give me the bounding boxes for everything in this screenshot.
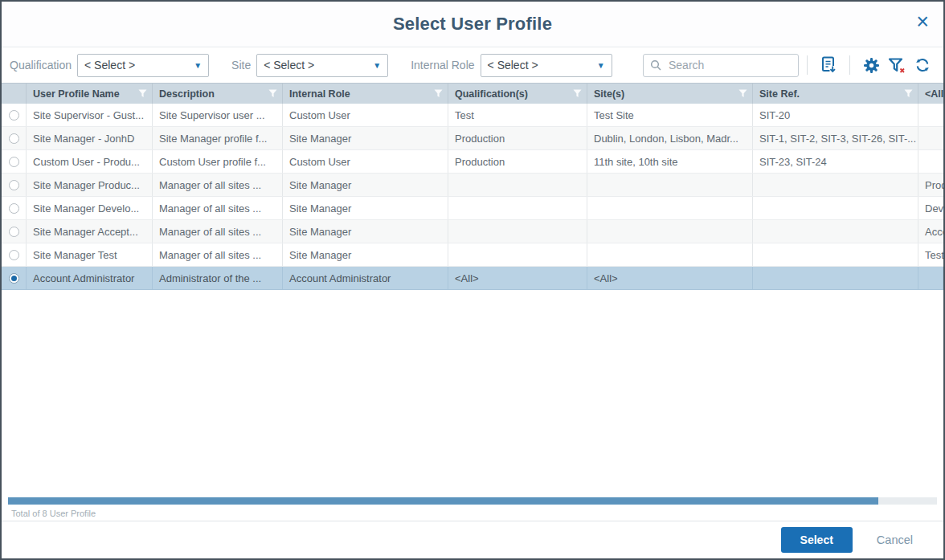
- site-dropdown-value: < Select >: [264, 59, 314, 72]
- cell-all-sites-in-qualification: [918, 267, 943, 289]
- horizontal-scrollbar: [2, 496, 943, 506]
- cell-sites: [587, 174, 753, 196]
- table-row[interactable]: Site Manager Produc... Manager of all si…: [2, 174, 943, 197]
- table-row-selected[interactable]: Account Administrator Administrator of t…: [2, 267, 943, 290]
- caret-down-icon: ▼: [373, 61, 381, 70]
- filter-group-site: Site < Select > ▼: [231, 54, 388, 77]
- cell-site-ref: [753, 174, 918, 196]
- total-count-text: Total of 8 User Profile: [11, 509, 96, 518]
- cell-sites: [587, 197, 753, 219]
- table-row[interactable]: Site Manager Develo... Manager of all si…: [2, 197, 943, 220]
- cell-sites: [587, 220, 753, 243]
- export-document-icon[interactable]: [819, 55, 838, 75]
- funnel-icon[interactable]: [434, 89, 443, 98]
- scrollbar-thumb[interactable]: [8, 497, 878, 505]
- cell-internal-role: Custom User: [283, 150, 448, 173]
- cell-description: Site Supervisor user ...: [153, 104, 283, 126]
- cell-description: Manager of all sites ...: [153, 243, 283, 266]
- cell-qualifications: <All>: [448, 267, 587, 289]
- column-header-user-profile-name[interactable]: User Profile Name: [27, 84, 153, 104]
- filter-group-qualification: Qualification < Select > ▼: [10, 54, 209, 77]
- select-button[interactable]: Select: [781, 527, 853, 553]
- select-user-profile-dialog: Select User Profile × Qualification < Se…: [0, 0, 945, 560]
- toolbar-divider: [807, 55, 808, 75]
- cell-internal-role: Site Manager: [283, 243, 448, 266]
- cell-user-profile-name: Account Administrator: [27, 267, 153, 289]
- cell-sites: [587, 243, 753, 266]
- cell-site-ref: [753, 197, 918, 219]
- cell-user-profile-name: Site Supervisor - Gust...: [27, 104, 153, 126]
- radio-button[interactable]: [9, 133, 19, 144]
- qualification-dropdown[interactable]: < Select > ▼: [77, 54, 209, 77]
- cell-qualifications: Production: [448, 150, 587, 173]
- cell-user-profile-name: Site Manager Develo...: [27, 197, 153, 219]
- filter-toolbar: Qualification < Select > ▼ Site < Select…: [2, 47, 943, 83]
- cell-all-sites-in-qualification: [918, 150, 943, 173]
- radio-button[interactable]: [9, 180, 19, 190]
- filter-group-internal-role: Internal Role < Select > ▼: [411, 54, 612, 77]
- cell-user-profile-name: Site Manager Accept...: [27, 220, 153, 243]
- table-row[interactable]: Site Manager Test Manager of all sites .…: [2, 243, 943, 267]
- status-bar: Total of 8 User Profile: [2, 506, 943, 521]
- column-header-internal-role[interactable]: Internal Role: [283, 84, 448, 104]
- radio-button[interactable]: [9, 203, 19, 214]
- cell-user-profile-name: Site Manager - JonhD: [27, 127, 153, 149]
- cell-qualifications: Test: [448, 104, 587, 126]
- site-label: Site: [231, 59, 251, 72]
- column-header-all-sites-in-qualification[interactable]: <All> Sites in Quali: [918, 84, 943, 104]
- column-header-description[interactable]: Description: [153, 84, 283, 104]
- internal-role-dropdown[interactable]: < Select > ▼: [481, 54, 612, 77]
- table-row[interactable]: Site Supervisor - Gust... Site Superviso…: [2, 104, 943, 127]
- cell-description: Manager of all sites ...: [153, 220, 283, 243]
- cell-all-sites-in-qualification: Acceptance: [918, 220, 943, 243]
- column-header-qualifications[interactable]: Qualification(s): [448, 84, 587, 104]
- cell-user-profile-name: Custom User - Produ...: [27, 150, 153, 173]
- search-box[interactable]: [643, 54, 799, 77]
- cancel-button[interactable]: Cancel: [877, 533, 913, 546]
- funnel-icon[interactable]: [573, 89, 582, 98]
- internal-role-dropdown-value: < Select >: [488, 59, 538, 72]
- cell-description: Administrator of the ...: [153, 267, 283, 289]
- cell-description: Site Manager profile f...: [153, 127, 283, 149]
- cell-internal-role: Site Manager: [283, 197, 448, 219]
- column-header-site-ref[interactable]: Site Ref.: [753, 84, 918, 104]
- search-input[interactable]: [667, 58, 792, 72]
- radio-column-header: [2, 84, 27, 104]
- dialog-footer: Select Cancel: [2, 521, 943, 558]
- funnel-icon[interactable]: [904, 89, 913, 98]
- internal-role-label: Internal Role: [411, 59, 474, 72]
- funnel-icon[interactable]: [738, 89, 747, 98]
- radio-button[interactable]: [9, 250, 19, 260]
- cell-site-ref: SIT-20: [753, 104, 918, 126]
- filter-clear-icon[interactable]: [887, 55, 906, 75]
- cell-qualifications: Production: [448, 127, 587, 149]
- cell-site-ref: [753, 243, 918, 266]
- table-row[interactable]: Site Manager - JonhD Site Manager profil…: [2, 127, 943, 150]
- cell-sites: <All>: [587, 267, 753, 289]
- dialog-titlebar: Select User Profile ×: [2, 2, 943, 47]
- funnel-icon[interactable]: [138, 89, 147, 98]
- cell-all-sites-in-qualification: Production: [918, 174, 943, 196]
- table-row[interactable]: Site Manager Accept... Manager of all si…: [2, 220, 943, 243]
- site-dropdown[interactable]: < Select > ▼: [256, 54, 388, 77]
- qualification-dropdown-value: < Select >: [84, 59, 135, 72]
- radio-button[interactable]: [9, 227, 19, 237]
- column-header-sites[interactable]: Site(s): [587, 84, 753, 104]
- refresh-icon[interactable]: [913, 55, 932, 75]
- cell-description: Manager of all sites ...: [153, 197, 283, 219]
- funnel-icon[interactable]: [268, 89, 277, 98]
- table-header-row: User Profile Name Description Internal R…: [2, 83, 943, 104]
- radio-button-checked[interactable]: [9, 273, 19, 284]
- radio-button[interactable]: [9, 110, 19, 121]
- cell-site-ref: SIT-23, SIT-24: [753, 150, 918, 173]
- close-icon[interactable]: ×: [916, 11, 929, 33]
- cell-qualifications: [448, 174, 587, 196]
- qualification-label: Qualification: [10, 59, 72, 72]
- gear-icon[interactable]: [861, 55, 881, 75]
- radio-button[interactable]: [9, 157, 19, 167]
- scrollbar-track[interactable]: [8, 497, 937, 505]
- table-row[interactable]: Custom User - Produ... Custom User profi…: [2, 150, 943, 174]
- cell-all-sites-in-qualification: [918, 104, 943, 126]
- cell-internal-role: Site Manager: [283, 220, 448, 243]
- cell-qualifications: [448, 220, 587, 243]
